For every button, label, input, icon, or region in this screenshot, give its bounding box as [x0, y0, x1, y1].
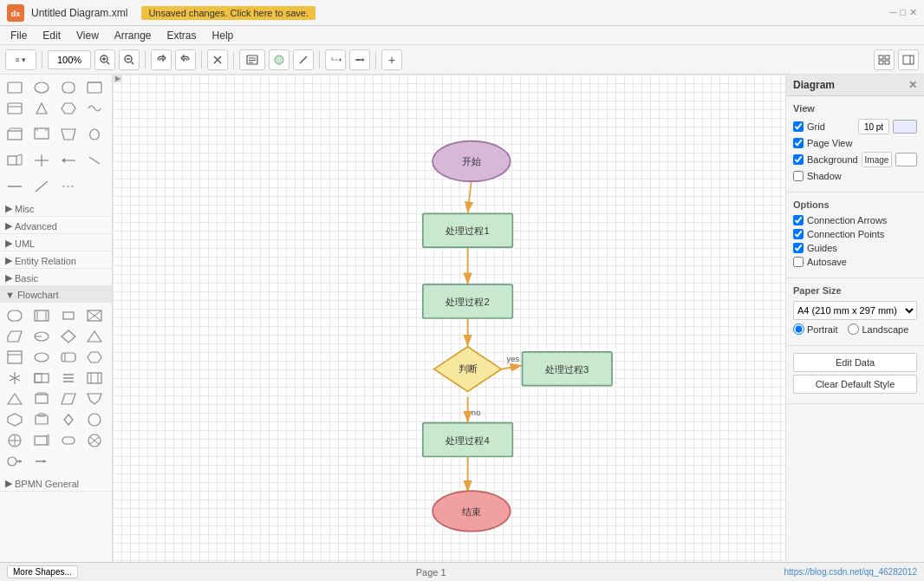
conn-points-checkbox[interactable]	[793, 229, 804, 239]
menu-edit[interactable]: Edit	[36, 28, 68, 43]
line-btn[interactable]	[293, 49, 314, 70]
menu-help[interactable]: Help	[205, 28, 241, 43]
shape-item[interactable]	[3, 78, 26, 97]
zoom-input[interactable]	[48, 50, 91, 69]
menu-file[interactable]: File	[3, 28, 34, 43]
landscape-radio[interactable]	[848, 323, 859, 335]
fc-shape-6[interactable]	[30, 348, 53, 367]
zoom-out[interactable]	[119, 49, 140, 70]
shape-item[interactable]	[30, 177, 53, 196]
fc-shape-11[interactable]	[57, 369, 80, 388]
delete-btn[interactable]	[207, 49, 228, 70]
more-shapes-btn[interactable]: More Shapes...	[7, 565, 78, 578]
fc-shape-diamond[interactable]	[57, 327, 80, 346]
fc-shape-26[interactable]	[30, 452, 53, 471]
section-entity-relation[interactable]: ▶ Entity Relation	[0, 251, 112, 269]
shape-item[interactable]	[30, 151, 53, 170]
shadow-checkbox[interactable]	[793, 171, 804, 181]
clear-default-style-btn[interactable]: Clear Default Style	[793, 375, 917, 394]
shape-item[interactable]	[83, 125, 106, 144]
fit-page-btn[interactable]	[874, 49, 895, 70]
background-image-btn[interactable]: Image	[862, 152, 892, 167]
pageview-checkbox[interactable]	[793, 138, 804, 148]
section-misc[interactable]: ▶ Misc	[0, 199, 112, 217]
fc-shape-18[interactable]	[30, 410, 53, 429]
shape-item[interactable]	[57, 78, 80, 97]
section-flowchart[interactable]: ▼ Flowchart	[0, 286, 112, 303]
section-basic[interactable]: ▶ Basic	[0, 269, 112, 286]
maximize-icon[interactable]: □	[900, 7, 906, 18]
shape-item[interactable]	[57, 151, 80, 170]
fc-shape-12[interactable]	[83, 369, 106, 388]
format-btn[interactable]	[239, 49, 265, 70]
fc-shape-process[interactable]	[30, 306, 53, 325]
minimize-icon[interactable]: ─	[890, 7, 897, 18]
section-uml[interactable]: ▶ UML	[0, 234, 112, 251]
menu-view[interactable]: View	[69, 28, 106, 43]
panel-close-icon[interactable]: ✕	[908, 79, 917, 91]
fc-shape-2[interactable]	[3, 327, 26, 346]
fc-shape-20[interactable]	[83, 410, 106, 429]
fc-shape-4[interactable]	[83, 327, 106, 346]
bg-color-swatch[interactable]	[895, 153, 917, 166]
panel-toggle-btn[interactable]	[898, 49, 919, 70]
canvas-area[interactable]: yes no 开始 处理过程1	[113, 75, 785, 562]
close-icon[interactable]: ✕	[909, 7, 917, 18]
fc-shape-14[interactable]	[30, 389, 53, 408]
fc-shape-17[interactable]	[3, 410, 26, 429]
fc-shape-x[interactable]	[83, 306, 106, 325]
menu-arrange[interactable]: Arrange	[107, 28, 159, 43]
fc-shape-8[interactable]	[83, 348, 106, 367]
undo-btn[interactable]	[151, 49, 172, 70]
grid-color-swatch[interactable]	[893, 120, 917, 134]
background-checkbox[interactable]	[793, 154, 804, 165]
fc-shape-16[interactable]	[83, 389, 106, 408]
fc-shape-25[interactable]	[3, 452, 26, 471]
section-bpmn[interactable]: ▶ BPMN General	[0, 474, 112, 492]
redo-btn[interactable]	[175, 49, 196, 70]
fc-shape-22[interactable]	[30, 431, 53, 450]
conn-arrows-checkbox[interactable]	[793, 215, 804, 225]
shape-item[interactable]	[57, 99, 80, 118]
menu-extras[interactable]: Extras	[160, 28, 204, 43]
edit-data-btn[interactable]: Edit Data	[793, 353, 917, 372]
guides-checkbox[interactable]	[793, 243, 804, 253]
fc-shape-23[interactable]	[57, 431, 80, 450]
shape-item[interactable]	[30, 99, 53, 118]
shape-item[interactable]	[83, 151, 106, 170]
shape-item[interactable]	[57, 177, 80, 196]
shape-item[interactable]	[3, 99, 26, 118]
shape-item[interactable]	[3, 177, 26, 196]
autosave-checkbox[interactable]	[793, 257, 804, 267]
shape-item[interactable]	[83, 78, 106, 97]
fc-shape-3[interactable]	[30, 327, 53, 346]
format-dropdown[interactable]: ≡ ▾	[5, 49, 36, 70]
fc-shape-rect[interactable]	[57, 306, 80, 325]
fc-shape-5[interactable]	[3, 348, 26, 367]
shape-item[interactable]	[3, 151, 26, 170]
grid-pt-input[interactable]	[858, 119, 889, 134]
grid-checkbox[interactable]	[793, 121, 804, 132]
shape-item[interactable]	[83, 99, 106, 118]
paper-size-select[interactable]: A4 (210 mm x 297 mm)	[793, 301, 917, 320]
fc-shape-7[interactable]	[57, 348, 80, 367]
color-btn[interactable]	[269, 49, 290, 70]
fc-shape-start[interactable]	[3, 306, 26, 325]
fc-shape-19[interactable]	[57, 410, 80, 429]
section-advanced[interactable]: ▶ Advanced	[0, 217, 112, 234]
shape-item[interactable]	[30, 125, 53, 144]
unsaved-banner[interactable]: Unsaved changes. Click here to save.	[141, 6, 316, 20]
shape-item[interactable]	[3, 125, 26, 144]
fc-shape-13[interactable]	[3, 389, 26, 408]
landscape-label[interactable]: Landscape	[848, 323, 908, 335]
fc-shape-24[interactable]	[83, 431, 106, 450]
fc-shape-9[interactable]	[3, 369, 26, 388]
shape-item[interactable]	[57, 125, 80, 144]
shape-item[interactable]	[30, 78, 53, 97]
portrait-label[interactable]: Portrait	[793, 323, 837, 335]
fc-shape-15[interactable]	[57, 389, 80, 408]
zoom-in[interactable]	[94, 49, 115, 70]
portrait-radio[interactable]	[793, 323, 804, 335]
insert-btn[interactable]: +	[381, 49, 402, 70]
waypoint-btn[interactable]	[349, 49, 370, 70]
